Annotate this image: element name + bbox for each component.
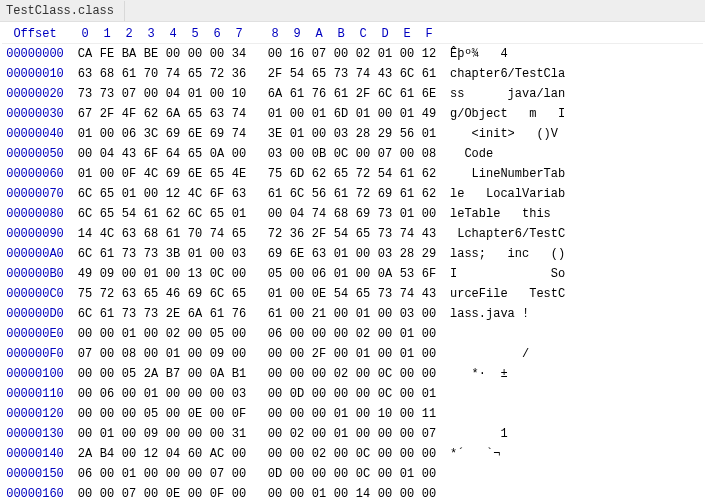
hex-byte[interactable]: 00: [330, 304, 352, 324]
ascii-cell[interactable]: Code: [440, 144, 580, 164]
ascii-cell[interactable]: *´ `¬: [440, 444, 580, 464]
ascii-cell[interactable]: urceFile TestC: [440, 284, 580, 304]
offset-cell[interactable]: 000000A0: [2, 244, 74, 264]
hex-byte[interactable]: 6C: [184, 204, 206, 224]
hex-byte[interactable]: 00: [118, 424, 140, 444]
hex-byte[interactable]: 00: [286, 484, 308, 504]
hex-byte[interactable]: 72: [352, 184, 374, 204]
offset-cell[interactable]: 00000130: [2, 424, 74, 444]
hex-byte[interactable]: 00: [286, 324, 308, 344]
hex-byte[interactable]: 01: [330, 264, 352, 284]
hex-byte[interactable]: 00: [418, 324, 440, 344]
hex-byte[interactable]: 65: [352, 224, 374, 244]
hex-byte[interactable]: 62: [418, 184, 440, 204]
hex-byte[interactable]: 04: [162, 84, 184, 104]
hex-byte[interactable]: 12: [418, 44, 440, 64]
ascii-cell[interactable]: chapter6/TestCla: [440, 64, 580, 84]
hex-byte[interactable]: 0E: [184, 404, 206, 424]
ascii-cell[interactable]: lass; inc (): [440, 244, 580, 264]
hex-byte[interactable]: 00: [286, 364, 308, 384]
hex-byte[interactable]: 00: [74, 364, 96, 384]
hex-byte[interactable]: 36: [228, 64, 250, 84]
hex-byte[interactable]: 72: [96, 284, 118, 304]
hex-byte[interactable]: 63: [206, 104, 228, 124]
hex-byte[interactable]: 00: [74, 324, 96, 344]
hex-byte[interactable]: 0C: [352, 444, 374, 464]
hex-byte[interactable]: 00: [330, 444, 352, 464]
hex-byte[interactable]: 01: [228, 204, 250, 224]
hex-byte[interactable]: 00: [74, 384, 96, 404]
hex-byte[interactable]: 74: [352, 64, 374, 84]
hex-byte[interactable]: 05: [264, 264, 286, 284]
hex-byte[interactable]: 65: [140, 284, 162, 304]
hex-byte[interactable]: 6C: [74, 184, 96, 204]
ascii-cell[interactable]: ss java/lan: [440, 84, 580, 104]
hex-byte[interactable]: 00: [396, 44, 418, 64]
hex-byte[interactable]: 00: [96, 164, 118, 184]
hex-byte[interactable]: 6E: [184, 124, 206, 144]
hex-byte[interactable]: 01: [330, 244, 352, 264]
hex-byte[interactable]: 00: [184, 484, 206, 504]
hex-byte[interactable]: 00: [396, 384, 418, 404]
hex-byte[interactable]: 75: [74, 284, 96, 304]
hex-byte[interactable]: 00: [206, 84, 228, 104]
hex-byte[interactable]: 68: [140, 224, 162, 244]
hex-byte[interactable]: 64: [162, 144, 184, 164]
hex-byte[interactable]: 00: [264, 484, 286, 504]
hex-byte[interactable]: 00: [308, 324, 330, 344]
hex-byte[interactable]: 00: [74, 144, 96, 164]
hex-byte[interactable]: 63: [74, 64, 96, 84]
hex-byte[interactable]: 00: [286, 344, 308, 364]
hex-byte[interactable]: 00: [96, 324, 118, 344]
hex-byte[interactable]: 2E: [162, 304, 184, 324]
offset-cell[interactable]: 00000050: [2, 144, 74, 164]
offset-cell[interactable]: 00000070: [2, 184, 74, 204]
hex-byte[interactable]: 00: [228, 484, 250, 504]
hex-byte[interactable]: 61: [264, 184, 286, 204]
hex-byte[interactable]: 65: [352, 284, 374, 304]
hex-byte[interactable]: 00: [206, 244, 228, 264]
hex-byte[interactable]: 00: [352, 384, 374, 404]
hex-byte[interactable]: 6A: [264, 84, 286, 104]
hex-byte[interactable]: 00: [308, 384, 330, 404]
hex-byte[interactable]: 07: [118, 84, 140, 104]
hex-byte[interactable]: 00: [330, 324, 352, 344]
hex-byte[interactable]: 01: [184, 244, 206, 264]
hex-byte[interactable]: 73: [96, 84, 118, 104]
hex-byte[interactable]: 03: [330, 124, 352, 144]
hex-byte[interactable]: 00: [264, 204, 286, 224]
hex-byte[interactable]: 01: [162, 344, 184, 364]
hex-byte[interactable]: FE: [96, 44, 118, 64]
offset-cell[interactable]: 00000020: [2, 84, 74, 104]
hex-byte[interactable]: 00: [228, 344, 250, 364]
hex-byte[interactable]: 74: [396, 224, 418, 244]
hex-byte[interactable]: 00: [118, 404, 140, 424]
hex-byte[interactable]: 10: [374, 404, 396, 424]
hex-byte[interactable]: 6D: [286, 164, 308, 184]
hex-byte[interactable]: 73: [74, 84, 96, 104]
hex-byte[interactable]: 43: [418, 284, 440, 304]
hex-byte[interactable]: 63: [228, 184, 250, 204]
hex-byte[interactable]: 05: [206, 324, 228, 344]
offset-cell[interactable]: 00000060: [2, 164, 74, 184]
hex-byte[interactable]: 06: [118, 124, 140, 144]
hex-byte[interactable]: 00: [162, 384, 184, 404]
hex-byte[interactable]: 00: [140, 464, 162, 484]
hex-byte[interactable]: 00: [228, 144, 250, 164]
hex-byte[interactable]: B1: [228, 364, 250, 384]
hex-byte[interactable]: 01: [96, 424, 118, 444]
hex-byte[interactable]: 00: [352, 404, 374, 424]
hex-byte[interactable]: 00: [264, 364, 286, 384]
hex-byte[interactable]: CA: [74, 44, 96, 64]
hex-byte[interactable]: 01: [118, 324, 140, 344]
hex-byte[interactable]: 00: [228, 324, 250, 344]
hex-byte[interactable]: 00: [396, 424, 418, 444]
ascii-cell[interactable]: 1: [440, 424, 580, 444]
hex-byte[interactable]: 6E: [286, 244, 308, 264]
hex-byte[interactable]: 63: [118, 224, 140, 244]
hex-byte[interactable]: 00: [308, 364, 330, 384]
hex-byte[interactable]: 61: [162, 224, 184, 244]
hex-byte[interactable]: 74: [228, 124, 250, 144]
hex-byte[interactable]: 07: [418, 424, 440, 444]
hex-byte[interactable]: 72: [264, 224, 286, 244]
